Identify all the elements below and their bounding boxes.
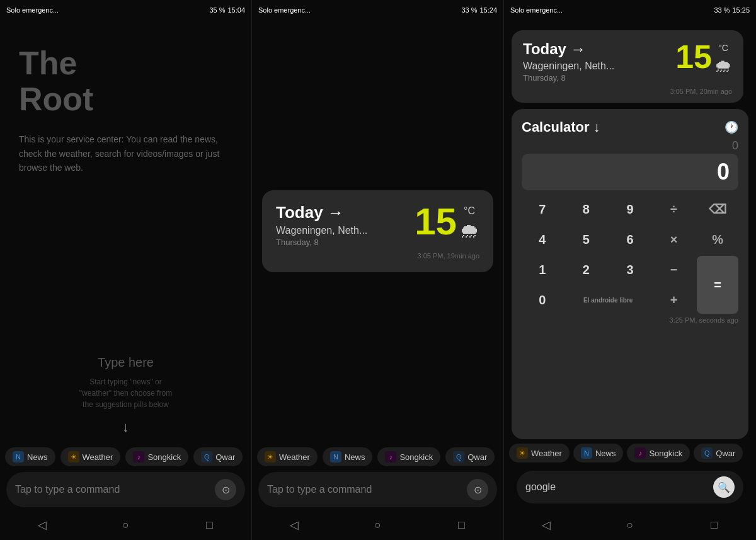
command-icon-1: ⊙	[215, 479, 236, 500]
weather-cloud-icon-2: 🌧	[459, 219, 479, 243]
pill-news-label-1: News	[27, 452, 48, 462]
recents-button-3[interactable]: □	[701, 512, 726, 537]
calc-btn-del[interactable]: ⌫	[697, 195, 738, 223]
pill-weather-3[interactable]: ☀ Weather	[509, 444, 570, 462]
status-app-2: Solo emergenc...	[258, 6, 311, 14]
pill-qwar-3[interactable]: Q Qwar	[694, 444, 743, 462]
nav-bar-1: ◁ ○ □	[0, 510, 251, 540]
command-input-1[interactable]	[15, 484, 209, 495]
qwar-icon-2: Q	[453, 451, 464, 462]
command-bar-3[interactable]: 🔍	[517, 471, 743, 503]
arrow-down-icon: ↓	[122, 419, 129, 435]
back-button-2[interactable]: ◁	[282, 512, 307, 537]
weather-pill-icon-3: ☀	[517, 447, 528, 459]
pill-songkick-label-3: Songkick	[649, 449, 682, 458]
weather-temperature-3: 15	[675, 40, 712, 73]
status-bar-1: Solo emergenc... 35 % 15:04	[0, 0, 251, 20]
status-left-2: Solo emergenc...	[258, 6, 311, 14]
home-button-2[interactable]: ○	[365, 512, 391, 537]
status-app-1: Solo emergenc...	[6, 6, 59, 14]
time-3: 15:25	[732, 6, 750, 14]
weather-date-3: Thursday, 8	[523, 73, 614, 83]
calc-prev-result: 0	[522, 139, 738, 152]
calc-btn-1[interactable]: 1	[522, 256, 563, 284]
back-button-1[interactable]: ◁	[30, 512, 55, 537]
battery-1: 35 %	[209, 6, 225, 14]
weather-location-3: Wageningen, Neth...	[523, 60, 614, 72]
calc-btn-mul[interactable]: ×	[653, 226, 695, 253]
home-button-1[interactable]: ○	[113, 512, 139, 537]
calc-btn-5[interactable]: 5	[566, 226, 607, 253]
calc-btn-3[interactable]: 3	[609, 256, 651, 284]
weather-unit-icon-3: °C 🌧	[714, 40, 732, 76]
weather-title-row-3: Today →	[523, 40, 614, 58]
calc-btn-9[interactable]: 9	[609, 195, 651, 223]
pill-weather-2[interactable]: ☀ Weather	[257, 447, 318, 466]
calc-btn-6[interactable]: 6	[609, 226, 651, 253]
status-bar-2: Solo emergenc... 33 % 15:24	[252, 0, 503, 20]
weather-cloud-icon-3: 🌧	[714, 55, 732, 76]
calc-btn-8[interactable]: 8	[566, 195, 607, 223]
pill-songkick-1[interactable]: ♪ Songkick	[125, 447, 188, 466]
command-input-2[interactable]	[267, 484, 461, 495]
back-button-3[interactable]: ◁	[534, 512, 559, 537]
calc-btn-7[interactable]: 7	[522, 195, 563, 223]
weather-unit-2: °C	[464, 205, 475, 217]
songkick-pill-icon-3: ♪	[634, 447, 646, 459]
recents-button-1[interactable]: □	[197, 512, 222, 537]
status-left-3: Solo emergenc...	[510, 6, 563, 14]
panel-2: Solo emergenc... 33 % 15:24 Today → Wage…	[252, 0, 504, 540]
calc-btn-sub[interactable]: −	[653, 256, 695, 284]
calc-grid: 7 8 9 ÷ ⌫ 4 5 6 × % 1 2 3 − = 0 El andro…	[522, 195, 738, 314]
pill-songkick-3[interactable]: ♪ Songkick	[627, 444, 690, 462]
root-description: This is your service center: You can rea…	[19, 132, 232, 175]
battery-2: 33 %	[461, 6, 477, 14]
recents-button-2[interactable]: □	[449, 512, 474, 537]
type-here-label: Type here	[98, 355, 154, 370]
news-icon-2: N	[330, 451, 341, 462]
calc-btn-div[interactable]: ÷	[653, 195, 695, 223]
pill-news-2[interactable]: N News	[323, 447, 373, 466]
calculator-card: Calculator ↓ 🕐 0 0 7 8 9 ÷ ⌫ 4 5 6 × % 1…	[512, 109, 748, 439]
pill-weather-1[interactable]: ☀ Weather	[60, 447, 121, 466]
calc-btn-pct[interactable]: %	[697, 226, 738, 253]
weather-card-3[interactable]: Today → Wageningen, Neth... Thursday, 8 …	[512, 30, 743, 103]
calc-btn-add[interactable]: +	[653, 286, 695, 314]
pill-qwar-1[interactable]: Q Qwar	[193, 447, 243, 466]
command-input-3[interactable]	[525, 481, 707, 493]
pill-weather-label-2: Weather	[279, 452, 310, 462]
pill-qwar-2[interactable]: Q Qwar	[445, 447, 495, 466]
time-1: 15:04	[227, 6, 245, 14]
calc-history-icon[interactable]: 🕐	[724, 120, 738, 134]
pill-news-1[interactable]: N News	[5, 447, 55, 466]
calc-btn-4[interactable]: 4	[522, 226, 563, 253]
type-here-hint: Start typing "news" or "weather" then ch…	[79, 376, 172, 410]
pill-songkick-label-1: Songkick	[147, 452, 181, 462]
news-icon-1: N	[13, 451, 24, 462]
command-search-icon-3[interactable]: 🔍	[713, 476, 735, 498]
weather-card-top-3: Today → Wageningen, Neth... Thursday, 8 …	[523, 40, 732, 83]
weather-icon-1: ☀	[68, 451, 79, 462]
command-bar-2[interactable]: ⊙	[258, 472, 497, 507]
status-app-3: Solo emergenc...	[510, 6, 563, 14]
weather-title-row-2: Today →	[276, 203, 367, 222]
weather-card-top-2: Today → Wageningen, Neth... Thursday, 8 …	[276, 203, 479, 247]
news-pill-icon-3: N	[581, 447, 592, 459]
weather-temperature-2: 15	[415, 203, 457, 241]
command-bar-1[interactable]: ⊙	[6, 472, 245, 507]
calc-btn-0[interactable]: 0	[522, 286, 563, 314]
qwar-pill-icon-3: Q	[701, 447, 713, 459]
pill-songkick-2[interactable]: ♪ Songkick	[377, 447, 440, 466]
status-right-2: 33 % 15:24	[461, 6, 497, 14]
pills-bar-2: ☀ Weather N News ♪ Songkick Q Qwar	[252, 442, 503, 472]
weather-card-2[interactable]: Today → Wageningen, Neth... Thursday, 8 …	[262, 190, 493, 272]
pill-news-label-2: News	[345, 452, 365, 462]
weather-location-2: Wageningen, Neth...	[276, 225, 367, 236]
pill-news-label-3: News	[595, 449, 616, 458]
pill-news-3[interactable]: N News	[573, 444, 624, 462]
panel-3: Solo emergenc... 33 % 15:25 Today → Wage…	[504, 0, 756, 540]
command-icon-2: ⊙	[467, 479, 488, 500]
calc-btn-2[interactable]: 2	[566, 256, 607, 284]
home-button-3[interactable]: ○	[617, 512, 643, 537]
calc-btn-eq[interactable]: =	[697, 256, 738, 314]
